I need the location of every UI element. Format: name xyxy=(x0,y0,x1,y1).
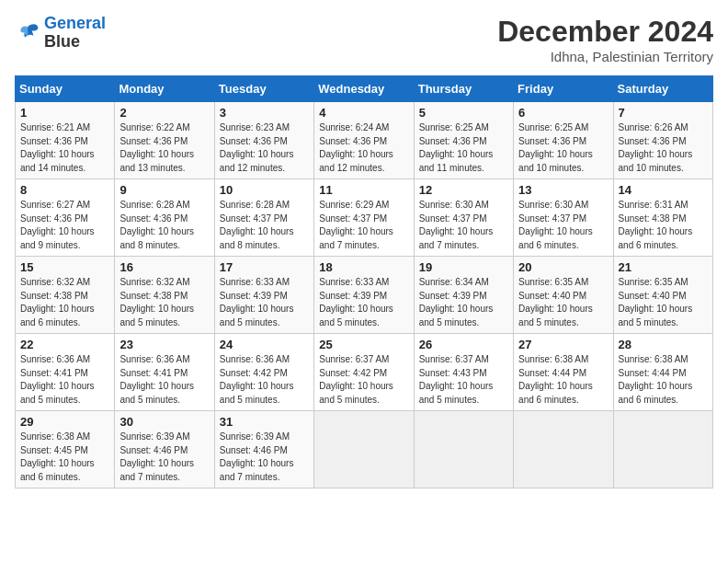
day-number: 27 xyxy=(518,338,608,351)
day-info: Sunrise: 6:38 AMSunset: 4:45 PMDaylight:… xyxy=(20,431,109,484)
day-number: 2 xyxy=(119,106,209,120)
calendar-cell: 12Sunrise: 6:30 AMSunset: 4:37 PMDayligh… xyxy=(414,179,513,257)
day-number: 18 xyxy=(319,260,408,274)
calendar-cell: 6Sunrise: 6:25 AMSunset: 4:36 PMDaylight… xyxy=(514,102,613,179)
month-title: December 2024 xyxy=(497,15,713,49)
calendar-cell: 24Sunrise: 6:36 AMSunset: 4:42 PMDayligh… xyxy=(214,334,313,411)
day-number: 12 xyxy=(419,183,508,197)
day-number: 28 xyxy=(619,338,708,351)
calendar-cell xyxy=(613,411,712,488)
day-info: Sunrise: 6:28 AMSunset: 4:36 PMDaylight:… xyxy=(119,199,209,252)
calendar-cell: 7Sunrise: 6:26 AMSunset: 4:36 PMDaylight… xyxy=(613,102,712,179)
day-number: 1 xyxy=(20,106,109,120)
day-number: 15 xyxy=(20,260,109,274)
day-info: Sunrise: 6:39 AMSunset: 4:46 PMDaylight:… xyxy=(119,431,209,484)
day-number: 23 xyxy=(119,338,209,351)
day-info: Sunrise: 6:25 AMSunset: 4:36 PMDaylight:… xyxy=(419,121,508,175)
day-info: Sunrise: 6:28 AMSunset: 4:37 PMDaylight:… xyxy=(220,199,309,252)
calendar-cell: 30Sunrise: 6:39 AMSunset: 4:46 PMDayligh… xyxy=(115,411,214,488)
calendar-cell: 14Sunrise: 6:31 AMSunset: 4:38 PMDayligh… xyxy=(613,179,712,257)
day-number: 24 xyxy=(220,338,309,351)
day-info: Sunrise: 6:33 AMSunset: 4:39 PMDaylight:… xyxy=(319,276,408,329)
calendar-cell: 25Sunrise: 6:37 AMSunset: 4:42 PMDayligh… xyxy=(314,334,414,411)
col-header-saturday: Saturday xyxy=(613,76,712,102)
day-number: 26 xyxy=(419,338,508,351)
day-info: Sunrise: 6:30 AMSunset: 4:37 PMDaylight:… xyxy=(419,199,508,252)
day-info: Sunrise: 6:35 AMSunset: 4:40 PMDaylight:… xyxy=(619,276,708,329)
day-number: 31 xyxy=(220,415,309,429)
col-header-sunday: Sunday xyxy=(16,76,115,102)
day-number: 25 xyxy=(319,338,408,351)
day-number: 21 xyxy=(619,260,708,274)
day-info: Sunrise: 6:37 AMSunset: 4:43 PMDaylight:… xyxy=(419,353,508,407)
location-subtitle: Idhna, Palestinian Territory xyxy=(497,49,713,64)
day-info: Sunrise: 6:24 AMSunset: 4:36 PMDaylight:… xyxy=(319,121,408,175)
col-header-thursday: Thursday xyxy=(414,76,513,102)
week-row: 1Sunrise: 6:21 AMSunset: 4:36 PMDaylight… xyxy=(16,102,713,179)
day-number: 17 xyxy=(220,260,309,274)
calendar-cell: 26Sunrise: 6:37 AMSunset: 4:43 PMDayligh… xyxy=(414,334,513,411)
day-number: 10 xyxy=(220,183,309,197)
day-info: Sunrise: 6:36 AMSunset: 4:41 PMDaylight:… xyxy=(20,353,109,407)
title-area: December 2024 Idhna, Palestinian Territo… xyxy=(497,15,713,64)
calendar-cell: 2Sunrise: 6:22 AMSunset: 4:36 PMDaylight… xyxy=(115,102,214,179)
day-number: 9 xyxy=(119,183,209,197)
day-info: Sunrise: 6:39 AMSunset: 4:46 PMDaylight:… xyxy=(220,431,309,484)
calendar-cell: 21Sunrise: 6:35 AMSunset: 4:40 PMDayligh… xyxy=(613,257,712,334)
calendar-cell: 13Sunrise: 6:30 AMSunset: 4:37 PMDayligh… xyxy=(514,179,613,257)
day-number: 8 xyxy=(20,183,109,197)
calendar-cell: 29Sunrise: 6:38 AMSunset: 4:45 PMDayligh… xyxy=(16,411,115,488)
logo-icon xyxy=(15,20,40,46)
day-info: Sunrise: 6:34 AMSunset: 4:39 PMDaylight:… xyxy=(419,276,508,329)
day-info: Sunrise: 6:21 AMSunset: 4:36 PMDaylight:… xyxy=(20,121,109,175)
day-number: 4 xyxy=(319,106,408,120)
calendar-cell: 4Sunrise: 6:24 AMSunset: 4:36 PMDaylight… xyxy=(314,102,414,179)
day-number: 22 xyxy=(20,338,109,351)
calendar-cell: 1Sunrise: 6:21 AMSunset: 4:36 PMDaylight… xyxy=(16,102,115,179)
day-number: 5 xyxy=(419,106,508,120)
calendar-cell xyxy=(414,411,513,488)
calendar-cell: 11Sunrise: 6:29 AMSunset: 4:37 PMDayligh… xyxy=(314,179,414,257)
day-info: Sunrise: 6:31 AMSunset: 4:38 PMDaylight:… xyxy=(619,199,708,252)
day-number: 29 xyxy=(20,415,109,429)
day-info: Sunrise: 6:36 AMSunset: 4:41 PMDaylight:… xyxy=(119,353,209,407)
calendar-cell: 16Sunrise: 6:32 AMSunset: 4:38 PMDayligh… xyxy=(115,257,214,334)
header-row: SundayMondayTuesdayWednesdayThursdayFrid… xyxy=(16,76,713,102)
day-info: Sunrise: 6:27 AMSunset: 4:36 PMDaylight:… xyxy=(20,199,109,252)
day-number: 30 xyxy=(119,415,209,429)
day-number: 6 xyxy=(518,106,608,120)
day-number: 11 xyxy=(319,183,408,197)
logo-text: General Blue xyxy=(44,15,106,52)
day-info: Sunrise: 6:23 AMSunset: 4:36 PMDaylight:… xyxy=(220,121,309,175)
day-info: Sunrise: 6:32 AMSunset: 4:38 PMDaylight:… xyxy=(20,276,109,329)
week-row: 8Sunrise: 6:27 AMSunset: 4:36 PMDaylight… xyxy=(16,179,713,257)
day-info: Sunrise: 6:35 AMSunset: 4:40 PMDaylight:… xyxy=(518,276,608,329)
week-row: 15Sunrise: 6:32 AMSunset: 4:38 PMDayligh… xyxy=(16,257,713,334)
day-info: Sunrise: 6:38 AMSunset: 4:44 PMDaylight:… xyxy=(518,353,608,407)
calendar-cell: 22Sunrise: 6:36 AMSunset: 4:41 PMDayligh… xyxy=(16,334,115,411)
col-header-monday: Monday xyxy=(115,76,214,102)
calendar-cell: 20Sunrise: 6:35 AMSunset: 4:40 PMDayligh… xyxy=(514,257,613,334)
day-number: 19 xyxy=(419,260,508,274)
day-number: 20 xyxy=(518,260,608,274)
day-info: Sunrise: 6:30 AMSunset: 4:37 PMDaylight:… xyxy=(518,199,608,252)
day-info: Sunrise: 6:37 AMSunset: 4:42 PMDaylight:… xyxy=(319,353,408,407)
day-info: Sunrise: 6:26 AMSunset: 4:36 PMDaylight:… xyxy=(619,121,708,175)
day-info: Sunrise: 6:32 AMSunset: 4:38 PMDaylight:… xyxy=(119,276,209,329)
day-number: 3 xyxy=(220,106,309,120)
calendar-cell: 31Sunrise: 6:39 AMSunset: 4:46 PMDayligh… xyxy=(214,411,313,488)
calendar-cell: 27Sunrise: 6:38 AMSunset: 4:44 PMDayligh… xyxy=(514,334,613,411)
calendar-cell: 3Sunrise: 6:23 AMSunset: 4:36 PMDaylight… xyxy=(214,102,313,179)
week-row: 22Sunrise: 6:36 AMSunset: 4:41 PMDayligh… xyxy=(16,334,713,411)
calendar-table: SundayMondayTuesdayWednesdayThursdayFrid… xyxy=(15,75,713,488)
calendar-cell xyxy=(514,411,613,488)
day-info: Sunrise: 6:22 AMSunset: 4:36 PMDaylight:… xyxy=(119,121,209,175)
col-header-friday: Friday xyxy=(514,76,613,102)
day-info: Sunrise: 6:33 AMSunset: 4:39 PMDaylight:… xyxy=(220,276,309,329)
calendar-cell: 23Sunrise: 6:36 AMSunset: 4:41 PMDayligh… xyxy=(115,334,214,411)
logo: General Blue xyxy=(15,15,106,52)
calendar-cell: 5Sunrise: 6:25 AMSunset: 4:36 PMDaylight… xyxy=(414,102,513,179)
day-info: Sunrise: 6:36 AMSunset: 4:42 PMDaylight:… xyxy=(220,353,309,407)
calendar-cell: 9Sunrise: 6:28 AMSunset: 4:36 PMDaylight… xyxy=(115,179,214,257)
calendar-cell: 19Sunrise: 6:34 AMSunset: 4:39 PMDayligh… xyxy=(414,257,513,334)
